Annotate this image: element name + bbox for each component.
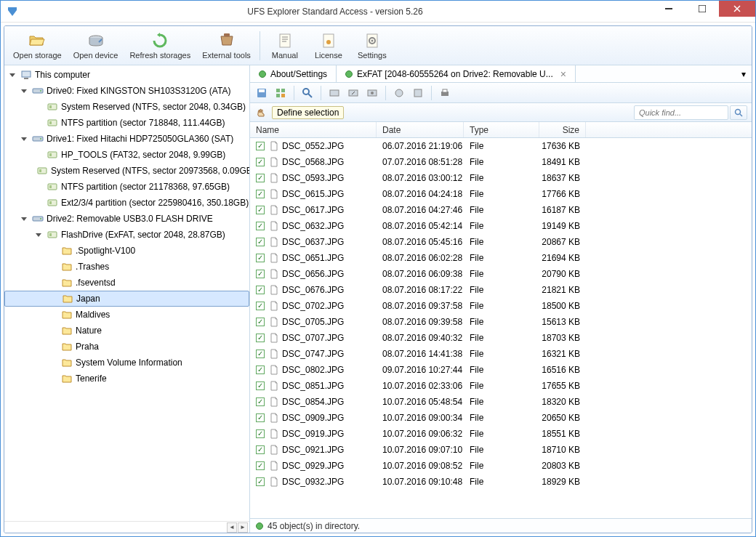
checkbox[interactable]: ✓ [256, 429, 265, 438]
file-row[interactable]: ✓DSC_0705.JPG08.07.2016 09:39:58File1561… [250, 314, 752, 330]
col-date[interactable]: Date [377, 122, 464, 137]
config-icon-2[interactable] [409, 84, 427, 102]
scroll-left-icon[interactable]: ◄ [227, 522, 237, 533]
tree-item[interactable]: Praha [4, 339, 249, 355]
checkbox[interactable]: ✓ [256, 381, 265, 390]
file-row[interactable]: ✓DSC_0676.JPG08.07.2016 08:17:22File2182… [250, 282, 752, 298]
checkbox[interactable]: ✓ [256, 270, 265, 278]
file-row[interactable]: ✓DSC_0593.JPG08.07.2016 03:00:12File1863… [250, 170, 752, 186]
checkbox[interactable]: ✓ [256, 174, 265, 182]
tree-scrollbar[interactable]: ◄ ► [4, 521, 249, 533]
checkbox[interactable]: ✓ [256, 397, 265, 406]
checkbox[interactable]: ✓ [256, 254, 265, 262]
checkbox[interactable]: ✓ [256, 477, 265, 486]
file-row[interactable]: ✓DSC_0632.JPG08.07.2016 05:42:14File1914… [250, 218, 752, 234]
tree-item[interactable]: NTFS partition (sector 21178368, 97.65GB… [4, 179, 249, 195]
print-icon[interactable] [436, 84, 454, 102]
config-icon-1[interactable] [390, 84, 408, 102]
tree-item[interactable]: System Reserved (NTFS, sector 2048, 0.34… [4, 99, 249, 115]
tab[interactable]: About/Settings [250, 65, 337, 82]
scroll-right-icon[interactable]: ► [238, 522, 248, 533]
tree-item[interactable]: Ext2/3/4 partition (sector 225980416, 35… [4, 195, 249, 211]
search-icon[interactable] [299, 84, 316, 102]
checkbox[interactable]: ✓ [256, 413, 265, 422]
checkbox[interactable]: ✓ [256, 350, 265, 358]
file-row[interactable]: ✓DSC_0932.JPG10.07.2016 09:10:48File1892… [250, 474, 752, 490]
file-row[interactable]: ✓DSC_0851.JPG10.07.2016 02:33:06File1765… [250, 378, 752, 394]
tree-item[interactable]: System Reserved (NTFS, sector 20973568, … [4, 163, 249, 179]
tree-item[interactable]: Drive1: Fixed Hitachi HDP725050GLA360 (S… [4, 131, 249, 147]
toolbar-license[interactable]: License [307, 29, 350, 62]
col-type[interactable]: Type [464, 122, 539, 137]
tree-item[interactable]: Drive0: Fixed KINGSTON SH103S3120G (ATA) [4, 83, 249, 99]
checkbox[interactable]: ✓ [256, 461, 265, 470]
tree-item[interactable]: Japan [4, 291, 249, 307]
toolbar-settings[interactable]: Settings [350, 29, 394, 62]
tree-item[interactable]: NTFS partition (sector 718848, 111.44GB) [4, 115, 249, 131]
checkbox[interactable]: ✓ [256, 238, 265, 246]
file-row[interactable]: ✓DSC_0802.JPG09.07.2016 10:27:44File1651… [250, 362, 752, 378]
file-row[interactable]: ✓DSC_0702.JPG08.07.2016 09:37:58File1850… [250, 298, 752, 314]
tree-item[interactable]: Tenerife [4, 371, 249, 387]
nav-icon-2[interactable] [345, 84, 362, 102]
file-row[interactable]: ✓DSC_0651.JPG08.07.2016 06:02:28File2169… [250, 250, 752, 266]
minimize-button[interactable] [652, 1, 685, 17]
toolbar-open-device[interactable]: Open device [68, 29, 124, 62]
maximize-button[interactable] [685, 1, 719, 17]
checkbox[interactable]: ✓ [256, 222, 265, 230]
tab-menu-icon[interactable]: ▾ [736, 65, 752, 82]
file-row[interactable]: ✓DSC_0854.JPG10.07.2016 05:48:54File1832… [250, 394, 752, 410]
quick-find-button[interactable] [730, 105, 747, 120]
tab[interactable]: ExFAT [2048-60555264 on Drive2: Removabl… [337, 65, 576, 82]
file-row[interactable]: ✓DSC_0909.JPG10.07.2016 09:00:34File2065… [250, 410, 752, 426]
checkbox[interactable]: ✓ [256, 334, 265, 342]
tree-item[interactable]: .fseventsd [4, 275, 249, 291]
checkbox[interactable]: ✓ [256, 318, 265, 326]
tree-item[interactable]: .Trashes [4, 259, 249, 275]
file-row[interactable]: ✓DSC_0637.JPG08.07.2016 05:45:16File2086… [250, 234, 752, 250]
checkbox[interactable]: ✓ [256, 302, 265, 310]
col-name[interactable]: Name [250, 122, 377, 137]
checkbox[interactable]: ✓ [256, 206, 265, 214]
tree-item[interactable]: .Spotlight-V100 [4, 243, 249, 259]
toolbar-manual[interactable]: Manual [263, 29, 307, 62]
file-row[interactable]: ✓DSC_0617.JPG08.07.2016 04:27:46File1618… [250, 202, 752, 218]
file-row[interactable]: ✓DSC_0552.JPG06.07.2016 21:19:06File1763… [250, 138, 752, 154]
twisty-icon[interactable] [19, 134, 29, 144]
checkbox[interactable]: ✓ [256, 286, 265, 294]
select-icon[interactable] [272, 84, 289, 102]
nav-icon-1[interactable] [326, 84, 343, 102]
tree-item[interactable]: System Volume Information [4, 355, 249, 371]
device-tree[interactable]: This computerDrive0: Fixed KINGSTON SH10… [4, 65, 249, 521]
file-row[interactable]: ✓DSC_0929.JPG10.07.2016 09:08:52File2080… [250, 458, 752, 474]
toolbar-external-tools[interactable]: External tools [196, 29, 257, 62]
tree-item[interactable]: FlashDrive (ExFAT, sector 2048, 28.87GB) [4, 227, 249, 243]
tree-item[interactable]: This computer [4, 67, 249, 83]
checkbox[interactable]: ✓ [256, 366, 265, 374]
quick-find-input[interactable] [634, 105, 728, 120]
checkbox[interactable]: ✓ [256, 445, 265, 454]
twisty-icon[interactable] [7, 70, 17, 80]
tree-item[interactable]: HP_TOOLS (FAT32, sector 2048, 9.99GB) [4, 147, 249, 163]
toolbar-refresh-storages[interactable]: Refresh storages [124, 29, 196, 62]
checkbox[interactable]: ✓ [256, 190, 265, 198]
twisty-icon[interactable] [19, 214, 29, 224]
toolbar-open-storage[interactable]: Open storage [7, 29, 68, 62]
tree-item[interactable]: Nature [4, 323, 249, 339]
checkbox[interactable]: ✓ [256, 158, 265, 166]
tree-item[interactable]: Maldives [4, 307, 249, 323]
save-icon[interactable] [253, 84, 270, 102]
col-size[interactable]: Size [539, 122, 586, 137]
file-row[interactable]: ✓DSC_0707.JPG08.07.2016 09:40:32File1870… [250, 330, 752, 346]
twisty-icon[interactable] [19, 86, 29, 96]
tab-close-icon[interactable]: × [560, 68, 566, 80]
file-row[interactable]: ✓DSC_0919.JPG10.07.2016 09:06:32File1855… [250, 426, 752, 442]
close-button[interactable] [719, 1, 755, 17]
checkbox[interactable]: ✓ [256, 142, 265, 150]
file-row[interactable]: ✓DSC_0615.JPG08.07.2016 04:24:18File1776… [250, 186, 752, 202]
file-row[interactable]: ✓DSC_0921.JPG10.07.2016 09:07:10File1871… [250, 442, 752, 458]
tree-item[interactable]: Drive2: Removable USB3.0 FLASH DRIVE [4, 211, 249, 227]
file-row[interactable]: ✓DSC_0747.JPG08.07.2016 14:41:38File1632… [250, 346, 752, 362]
file-row[interactable]: ✓DSC_0656.JPG08.07.2016 06:09:38File2079… [250, 266, 752, 282]
twisty-icon[interactable] [33, 230, 44, 240]
